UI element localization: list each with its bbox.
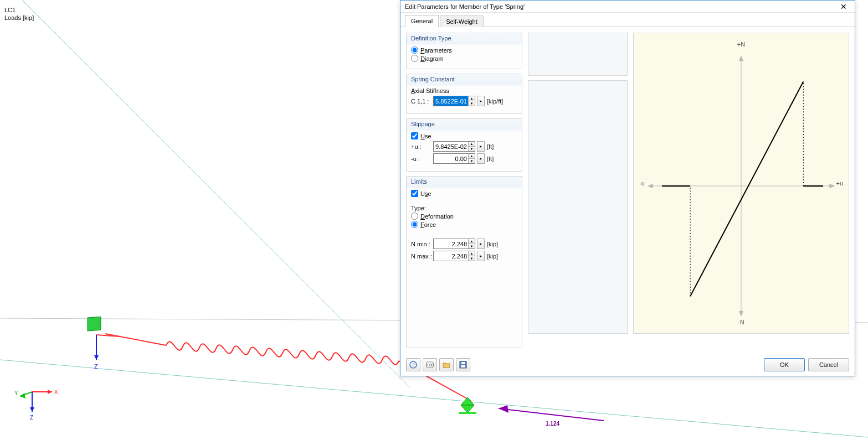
group-definition-title: Definition Type [411, 35, 451, 42]
svg-text:?: ? [412, 362, 415, 368]
radio-parameters-row[interactable]: Parameters [411, 46, 517, 54]
cancel-button[interactable]: Cancel [808, 358, 849, 371]
svg-marker-6 [94, 355, 99, 360]
limits-use-row[interactable]: Use [411, 190, 517, 197]
c11-spinner[interactable]: ▲ ▼ [433, 96, 475, 106]
limits-use-checkbox[interactable] [411, 190, 418, 197]
nmin-input[interactable] [434, 239, 468, 249]
minus-u-up[interactable]: ▲ [469, 154, 475, 159]
dialog-title: Edit Parameters for Member of Type 'Spri… [405, 3, 525, 10]
minus-u-spinner[interactable]: ▲▼ [433, 153, 475, 164]
tab-row: General Self-Weight [400, 13, 855, 27]
c11-up[interactable]: ▲ [469, 96, 475, 101]
axial-stiffness-label: Axial Stiffness [411, 87, 517, 94]
dialog-bottom-bar: ? 0.00 OK Cancel [406, 358, 849, 371]
svg-marker-14 [499, 405, 509, 413]
axis-plus-u: +u [836, 180, 843, 187]
folder-icon[interactable] [439, 358, 454, 371]
c11-aux[interactable]: ▸ [477, 96, 485, 106]
group-limits-title: Limits [411, 178, 427, 185]
spring-params-dialog: Edit Parameters for Member of Type 'Spri… [400, 0, 855, 376]
radio-deformation-label: Deformation [420, 213, 454, 220]
plus-u-spinner[interactable]: ▲▼ [433, 141, 475, 152]
ok-button[interactable]: OK [764, 358, 805, 371]
plus-u-up[interactable]: ▲ [469, 142, 475, 147]
plus-u-input[interactable] [434, 142, 468, 151]
radio-parameters[interactable] [411, 46, 418, 54]
nmax-input[interactable] [434, 251, 468, 261]
c11-unit: [kip/ft] [487, 98, 503, 105]
slippage-use-checkbox[interactable] [411, 132, 418, 139]
slippage-use-label: Use [420, 133, 432, 139]
save-icon[interactable] [456, 358, 470, 371]
tab-self-weight[interactable]: Self-Weight [440, 15, 484, 27]
close-button[interactable]: ✕ [836, 2, 851, 12]
svg-marker-11 [461, 405, 474, 413]
limits-type-label: Type: [411, 205, 517, 211]
radio-deformation-row[interactable]: Deformation [411, 213, 517, 220]
svg-marker-29 [829, 184, 835, 188]
help-icon[interactable]: ? [406, 358, 420, 371]
group-limits: Limits Use Type: Deformation Force N m [406, 176, 522, 348]
tab-general[interactable]: General [405, 15, 439, 27]
radio-deformation[interactable] [411, 213, 418, 220]
svg-rect-40 [461, 365, 465, 367]
plus-u-aux[interactable]: ▸ [477, 141, 485, 152]
nmax-unit: [kip] [487, 253, 498, 260]
nmax-aux[interactable]: ▸ [477, 251, 485, 261]
force-value-label: 1.124 [546, 421, 559, 427]
nmin-down[interactable]: ▼ [469, 244, 475, 249]
axis-minus-n: -N [738, 319, 744, 325]
svg-rect-12 [459, 412, 476, 414]
nmin-aux[interactable]: ▸ [477, 239, 485, 249]
diagram-svg [634, 33, 849, 333]
group-spring-constant: Spring Constant Axial Stiffness C 1,1 : … [406, 74, 522, 114]
diagram-panel: +N -N -u +u [633, 33, 849, 334]
minus-u-down[interactable]: ▼ [469, 159, 475, 163]
units-icon[interactable]: 0.00 [423, 358, 437, 371]
radio-diagram-row[interactable]: Diagram [411, 55, 517, 62]
svg-text:Y: Y [14, 390, 18, 396]
svg-rect-41 [461, 362, 465, 364]
radio-parameters-label: Parameters [420, 47, 452, 54]
c11-down[interactable]: ▼ [469, 101, 475, 106]
loads-label: Loads [kip] [4, 14, 34, 21]
nmax-up[interactable]: ▲ [469, 251, 475, 256]
svg-line-32 [690, 81, 803, 296]
plus-u-down[interactable]: ▼ [469, 147, 475, 151]
group-spring-title: Spring Constant [411, 76, 455, 82]
axis-plus-n: +N [737, 41, 745, 48]
nmin-spinner[interactable]: ▲▼ [433, 239, 475, 249]
slippage-use-row[interactable]: Use [411, 132, 517, 139]
group-slippage: Slippage Use +u : ▲▼ ▸ [ft] -u : [406, 118, 522, 172]
c11-label: C 1,1 : [411, 98, 431, 105]
svg-line-8 [105, 334, 166, 345]
radio-force-row[interactable]: Force [411, 221, 517, 228]
minus-u-label: -u : [411, 156, 431, 162]
svg-marker-28 [648, 184, 653, 188]
svg-marker-26 [739, 311, 743, 317]
svg-marker-16 [48, 390, 52, 394]
nmin-label: N min : [411, 241, 431, 247]
group-definition-type: Definition Type Parameters Diagram [406, 33, 522, 69]
radio-force[interactable] [411, 221, 418, 228]
c11-input[interactable] [434, 96, 468, 106]
loadcase-label: LC1 [4, 7, 16, 13]
nmax-spinner[interactable]: ▲▼ [433, 251, 475, 261]
radio-diagram[interactable] [411, 55, 418, 62]
nmax-down[interactable]: ▼ [469, 256, 475, 261]
dialog-titlebar[interactable]: Edit Parameters for Member of Type 'Spri… [400, 1, 855, 13]
radio-diagram-label: Diagram [420, 55, 444, 62]
minus-u-unit: [ft] [487, 156, 494, 162]
svg-marker-25 [739, 55, 743, 61]
nmax-label: N max : [411, 253, 431, 260]
minus-u-input[interactable] [434, 154, 468, 163]
radio-force-label: Force [420, 221, 436, 228]
group-slippage-title: Slippage [411, 121, 435, 127]
mid-panel-bottom [528, 80, 628, 334]
mid-panel-top [528, 33, 628, 76]
minus-u-aux[interactable]: ▸ [477, 153, 485, 164]
svg-marker-19 [20, 393, 25, 398]
nmin-up[interactable]: ▲ [469, 239, 475, 244]
plus-u-unit: [ft] [487, 143, 494, 150]
